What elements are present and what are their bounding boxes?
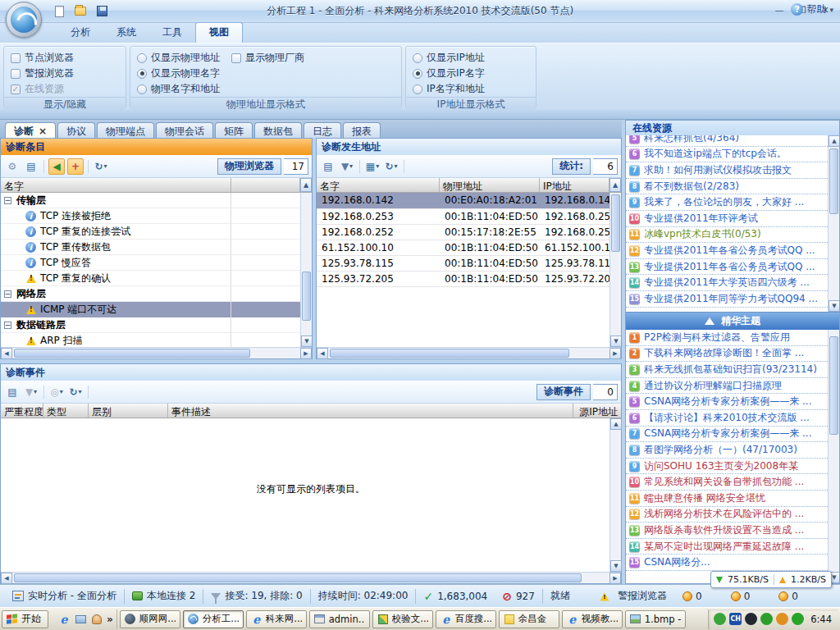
antivirus-icon[interactable] xyxy=(792,613,804,625)
column-mac[interactable]: 物理地址 xyxy=(440,178,540,192)
column-severity[interactable]: 严重程度 xyxy=(1,404,43,418)
tree-row[interactable]: −传输层 xyxy=(1,193,312,208)
resource-link[interactable]: 12专业提供2011年各省公务员考试QQ ... xyxy=(626,243,839,259)
help-menu[interactable]: ? 帮助 ▾ xyxy=(791,2,833,16)
task-button[interactable]: 余昌金 xyxy=(499,610,559,628)
resource-link[interactable]: 7CSNA网络分析专家分析案例——来 ... xyxy=(626,427,839,443)
export-report-button[interactable]: ▤ xyxy=(4,384,21,400)
collapse-icon[interactable]: − xyxy=(4,290,11,298)
export-report-button[interactable]: ▤ xyxy=(320,158,336,175)
resources-scrollbar[interactable]: ▲ ▼ xyxy=(828,135,839,312)
locate-node-browser-button[interactable]: ◀ xyxy=(48,158,65,175)
address-vertical-scrollbar[interactable]: ▼ xyxy=(609,193,621,347)
doc-tab-7[interactable]: 日志 xyxy=(304,122,341,138)
resource-link[interactable]: 10专业提供2011年环评考试 xyxy=(626,211,839,227)
refresh-button[interactable]: ↻▾ xyxy=(93,158,109,175)
ribbon-tab-分析[interactable]: 分析 xyxy=(57,23,103,43)
internet-explorer-button[interactable]: e xyxy=(57,613,71,626)
qq-icon[interactable] xyxy=(745,613,757,625)
resource-link[interactable]: 7求助！如何用测试仪模拟攻击报文 xyxy=(626,162,839,179)
resource-link[interactable]: 10常见系统和网关设备自带抓包功能 ... xyxy=(626,474,839,491)
ribbon-tab-工具[interactable]: 工具 xyxy=(149,23,195,43)
scroll-right-icon[interactable]: ▶ xyxy=(609,573,621,584)
checkbox-node-browser[interactable]: 节点浏览器 xyxy=(11,50,119,66)
tree-row[interactable]: TCP 重复的确认 xyxy=(1,271,312,286)
minimize-button[interactable]: — xyxy=(769,3,789,17)
scroll-right-icon[interactable]: ▶ xyxy=(300,348,312,359)
ribbon-tab-视图[interactable]: 视图 xyxy=(195,22,243,43)
task-button[interactable]: 分析工... xyxy=(183,610,244,628)
scroll-down-icon[interactable]: ▼ xyxy=(829,300,839,312)
scroll-left-icon[interactable]: ◀ xyxy=(1,348,12,359)
filter-button[interactable]: ▼▾ xyxy=(339,158,355,175)
task-button[interactable]: 顺网网... xyxy=(120,610,180,628)
address-row[interactable]: 61.152.100.1000:1B:11:04:ED:5061.152.100… xyxy=(317,240,621,255)
column-ip[interactable]: IP地址 xyxy=(540,178,609,192)
radio-physical-address-only[interactable]: 仅显示物理地址 xyxy=(137,50,220,66)
address-row[interactable]: 125.93.72.20500:1B:11:04:ED:50125.93.72.… xyxy=(317,271,621,286)
resource-link[interactable]: 6【请求讨论】科来2010技术交流版 ... xyxy=(626,410,839,427)
scroll-left-icon[interactable]: ◀ xyxy=(1,573,12,584)
scroll-down-icon[interactable]: ▼ xyxy=(301,336,312,347)
ime-chinese-icon[interactable]: CH xyxy=(729,613,742,625)
resource-link[interactable]: 9我来了，各位论坛的朋友，大家好 ... xyxy=(626,194,839,211)
resource-link[interactable]: 2下载科来网络故障诊断图！全面掌 ... xyxy=(626,346,839,363)
mail-button[interactable] xyxy=(74,613,87,626)
resource-link[interactable]: 13专业提供2011年各省公务员考试QQ ... xyxy=(626,259,839,276)
tree-row[interactable]: ARP 扫描 xyxy=(1,333,312,347)
resource-link[interactable]: 6我不知道这ip端点下的tcp会话。 xyxy=(626,147,839,163)
add-to-name-table-button[interactable]: + xyxy=(67,158,84,175)
task-button[interactable]: e科来网... xyxy=(246,610,307,628)
resource-link[interactable]: 12浅析网络分析技术在风险评估中的 ... xyxy=(626,507,839,523)
tree-row[interactable]: TCP 重复的连接尝试 xyxy=(1,224,312,240)
checkbox-show-physical-vendor[interactable]: 显示物理厂商 xyxy=(231,50,304,66)
alarm-browser-status[interactable]: 警报浏览器 0 0 0 xyxy=(591,589,819,604)
collapse-icon[interactable]: − xyxy=(4,197,11,204)
task-button[interactable]: 1.bmp -... xyxy=(625,610,686,628)
doc-tab-6[interactable]: 数据包 xyxy=(254,122,302,138)
column-layer[interactable]: 层别 xyxy=(89,404,168,418)
address-row[interactable]: 192.168.0.25300:1B:11:04:ED:50192.168.0.… xyxy=(317,208,621,224)
address-row[interactable]: 125.93.78.11500:1B:11:04:ED:50125.93.78.… xyxy=(317,255,621,271)
ribbon-tab-系统[interactable]: 系统 xyxy=(103,23,149,43)
chevron-icon[interactable]: » xyxy=(107,614,113,625)
resource-link[interactable]: 15专业提供2011年同等学力考试QQ94 ... xyxy=(626,291,839,308)
column-type[interactable]: 类型 xyxy=(43,404,89,418)
tree-row[interactable]: −数据链路层 xyxy=(1,317,312,333)
resource-link[interactable]: 5CSNA网络分析专家分析案例——来 ... xyxy=(626,394,839,410)
radio-ip-name-and-address[interactable]: IP名字和地址 xyxy=(413,81,529,97)
resource-link[interactable]: 14某局不定时出现网络严重延迟故障 ... xyxy=(626,539,839,555)
doc-tab-5[interactable]: 矩阵 xyxy=(215,122,253,138)
resource-link[interactable]: 11蠕虫肆意传播 网络安全堪忧 xyxy=(626,491,839,507)
address-horizontal-scrollbar[interactable]: ◀ ▶ xyxy=(317,347,621,358)
collapse-icon[interactable]: − xyxy=(4,322,11,329)
scroll-up-icon[interactable]: ▲ xyxy=(609,178,621,192)
scroll-up-icon[interactable]: ▲ xyxy=(829,135,839,147)
column-settings-button[interactable]: ▦▾ xyxy=(364,158,381,175)
address-row[interactable]: 192.168.0.25200:15:17:18:2E:55192.168.0.… xyxy=(317,224,621,240)
doc-tab-2[interactable]: 协议 xyxy=(57,122,95,138)
close-tab-icon[interactable]: × xyxy=(39,126,47,137)
task-button[interactable]: 校验文... xyxy=(372,610,433,628)
resource-link[interactable]: 9访问SOHU 163主页变为2008年某 xyxy=(626,459,839,475)
scroll-down-icon[interactable]: ▼ xyxy=(610,560,622,572)
tree-row[interactable]: −网络层 xyxy=(1,286,312,302)
scroll-right-icon[interactable]: ▶ xyxy=(609,348,621,359)
resource-link[interactable]: 5科来怎样抓包(4/364) xyxy=(626,135,839,147)
radio-ip-name-only[interactable]: 仅显示IP名字 xyxy=(413,66,529,81)
task-button[interactable]: e百度搜... xyxy=(436,610,496,628)
radio-physical-name-and-address[interactable]: 物理名字和地址 xyxy=(137,81,220,97)
hot-topics-header[interactable]: 精华主题 xyxy=(626,312,839,330)
tree-row[interactable]: TCP 重传数据包 xyxy=(1,240,312,255)
doc-tab-3[interactable]: 物理端点 xyxy=(97,122,154,138)
physical-browser-button[interactable]: 物理浏览器 xyxy=(217,158,281,175)
export-report-button[interactable]: ▤ xyxy=(23,158,39,175)
scroll-left-icon[interactable]: ◀ xyxy=(317,348,328,359)
resource-link[interactable]: 3科来无线抓包基础知识扫盲(93/23114) xyxy=(626,362,839,378)
scroll-down-icon[interactable]: ▼ xyxy=(610,336,621,347)
start-button[interactable]: 开始 xyxy=(2,610,48,628)
task-button[interactable]: e视频教... xyxy=(562,610,623,628)
diagnosis-settings-button[interactable]: ⚙ xyxy=(4,158,21,175)
column-source-ip[interactable]: 源IP地址 xyxy=(573,404,621,418)
column-description[interactable]: 事件描述 xyxy=(168,404,573,418)
